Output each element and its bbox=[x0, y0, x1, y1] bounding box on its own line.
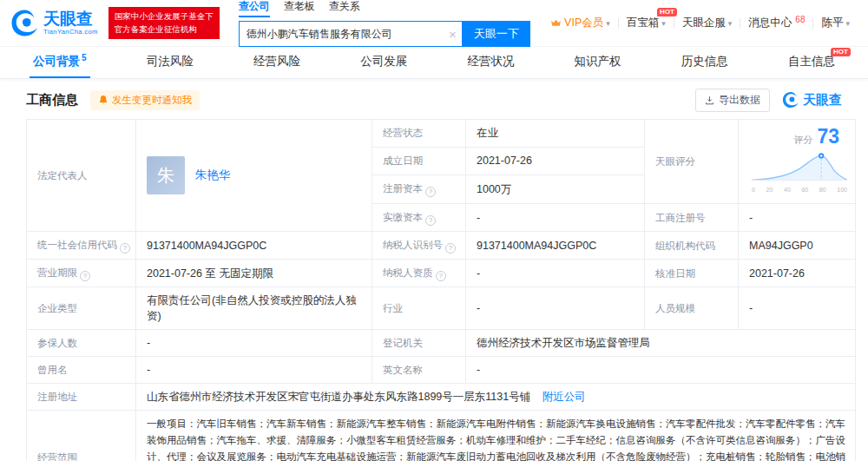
tianyancha-watermark: 天眼查 bbox=[782, 91, 842, 109]
label-text: 实缴资本 bbox=[383, 212, 423, 222]
field-reg-capital-label: 注册资本 bbox=[372, 175, 466, 203]
score-axis-ticks: 0 20 40 60 80 100 bbox=[749, 182, 850, 198]
tab-intellectual-property[interactable]: 知识产权 bbox=[571, 47, 625, 78]
field-status-label: 经营状态 bbox=[372, 120, 466, 148]
search-tab-boss[interactable]: 查老板 bbox=[284, 0, 315, 17]
field-registry-value: 德州经济技术开发区市场监督管理局 bbox=[466, 330, 856, 357]
vip-member-link[interactable]: VIP会员 ▾ bbox=[542, 16, 618, 30]
clear-icon[interactable]: × bbox=[449, 28, 457, 41]
tab-history-info[interactable]: 历史信息 bbox=[678, 47, 732, 78]
user-account[interactable]: 陈平 ▾ bbox=[813, 16, 858, 30]
notify-label: 发生变更时通知我 bbox=[112, 94, 192, 107]
field-org-code-value: MA94JGGP0 bbox=[739, 232, 856, 260]
watermark-label: 天眼查 bbox=[803, 92, 842, 109]
help-icon[interactable] bbox=[120, 243, 130, 254]
field-insured-count-value: - bbox=[136, 330, 372, 357]
help-icon[interactable] bbox=[445, 243, 456, 254]
tab-label: 经营风险 bbox=[253, 54, 300, 69]
table-row: 经营范围 一般项目：汽车旧车销售；汽车新车销售；新能源汽车整车销售；新能源汽车电… bbox=[27, 411, 856, 461]
label-text: 纳税人资质 bbox=[383, 267, 433, 278]
tab-company-background[interactable]: 公司背景 5 bbox=[30, 47, 90, 78]
field-score-label: 天眼评分 bbox=[645, 120, 739, 204]
search-row: × 天眼一下 bbox=[239, 21, 530, 47]
eye-logo-icon bbox=[10, 9, 39, 37]
field-reg-number-value: - bbox=[739, 204, 856, 232]
score-header: 评分 73 bbox=[749, 125, 850, 148]
badge-line-2: 官方备案企业征信机构 bbox=[115, 23, 214, 36]
table-row: 营业期限 2021-07-26 至 无固定期限 纳税人资质 - 核准日期 202… bbox=[27, 260, 856, 287]
label-text: 注册资本 bbox=[383, 183, 423, 194]
tab-count-badge: 5 bbox=[82, 53, 87, 63]
table-row: 统一社会信用代码 91371400MA94JGGP0C 纳税人识别号 91371… bbox=[27, 232, 856, 260]
help-icon[interactable] bbox=[425, 187, 436, 197]
field-legal-rep-label: 法定代表人 bbox=[27, 120, 136, 232]
search-box: × bbox=[239, 21, 463, 47]
field-address-value: 山东省德州市经济技术开发区宋官屯街道办事处东风东路1899号一层东1131号铺 … bbox=[136, 384, 856, 411]
score-caption: 评分 bbox=[793, 132, 812, 148]
help-icon[interactable] bbox=[425, 215, 436, 226]
username: 陈平 bbox=[821, 16, 843, 30]
company-nav-tabs: 公司背景 5 司法风险 经营风险 公司发展 经营状况 知识产权 历史信息 自主信… bbox=[0, 47, 868, 79]
tab-label: 历史信息 bbox=[681, 54, 728, 69]
brand-domain: TianYanCha.com bbox=[43, 29, 98, 36]
field-former-name-value: - bbox=[136, 357, 372, 384]
tab-operation-risk[interactable]: 经营风险 bbox=[250, 47, 304, 78]
bell-icon bbox=[98, 95, 108, 105]
enterprise-services-link[interactable]: 天眼企服 ▾ bbox=[674, 16, 740, 30]
export-data-button[interactable]: 导出数据 bbox=[695, 89, 770, 112]
download-icon bbox=[705, 95, 714, 105]
chevron-down-icon: ▾ bbox=[606, 19, 610, 28]
score-value: 73 bbox=[817, 127, 839, 147]
field-english-name-value: - bbox=[466, 357, 856, 384]
eye-logo-icon bbox=[782, 91, 799, 109]
field-taxpayer-quality-value: - bbox=[466, 260, 645, 287]
tick-label: 80 bbox=[819, 182, 826, 198]
message-center-link[interactable]: 消息中心 68 bbox=[740, 16, 812, 30]
field-insured-count-label: 参保人数 bbox=[27, 330, 136, 357]
field-approval-date-label: 核准日期 bbox=[645, 260, 739, 287]
tab-label: 经营状况 bbox=[467, 54, 514, 69]
legal-rep-name-link[interactable]: 朱艳华 bbox=[195, 168, 231, 183]
section-head-right: 导出数据 天眼查 bbox=[695, 89, 842, 112]
field-reg-capital-value: 1000万 bbox=[466, 175, 645, 203]
toolbox-link[interactable]: 百宝箱 ▾ HOT bbox=[619, 16, 674, 30]
field-credit-code-label: 统一社会信用代码 bbox=[27, 232, 136, 260]
tab-operating-status[interactable]: 经营状况 bbox=[464, 47, 517, 78]
legal-rep-avatar[interactable]: 朱 bbox=[147, 156, 185, 194]
help-icon[interactable] bbox=[80, 271, 90, 281]
enterprise-services-label: 天眼企服 bbox=[682, 16, 726, 30]
tab-label: 司法风险 bbox=[147, 54, 194, 69]
nearby-companies-link[interactable]: 附近公司 bbox=[542, 391, 586, 403]
badge-line-1: 国家中小企业发展子基金下 bbox=[115, 10, 214, 23]
field-scope-label: 经营范围 bbox=[27, 411, 136, 461]
search-area: 查公司 查老板 查关系 × 天眼一下 bbox=[239, 0, 530, 47]
tab-label: 自主信息 bbox=[788, 54, 835, 69]
tianyancha-logo[interactable]: 天眼查 TianYanCha.com bbox=[10, 9, 98, 37]
label-text: 统一社会信用代码 bbox=[37, 240, 117, 250]
address-text: 山东省德州市经济技术开发区宋官屯街道办事处东风东路1899号一层东1131号铺 bbox=[147, 391, 530, 403]
vip-member-label: VIP会员 bbox=[564, 16, 603, 30]
notify-on-change-button[interactable]: 发生变更时通知我 bbox=[90, 90, 200, 110]
field-address-label: 注册地址 bbox=[27, 384, 136, 411]
search-button[interactable]: 天眼一下 bbox=[463, 21, 530, 47]
tick-label: 100 bbox=[837, 182, 847, 198]
field-former-name-label: 曾用名 bbox=[27, 357, 136, 384]
search-tab-company[interactable]: 查公司 bbox=[239, 0, 270, 17]
search-input[interactable] bbox=[240, 22, 441, 46]
table-row: 企业类型 有限责任公司(非自然人投资或控股的法人独资) 行业 - 人员规模 - bbox=[27, 287, 856, 330]
user-menu: VIP会员 ▾ 百宝箱 ▾ HOT 天眼企服 ▾ 消息中心 68 陈平 ▾ bbox=[542, 16, 858, 30]
search-tab-relation[interactable]: 查关系 bbox=[329, 0, 360, 17]
table-row: 法定代表人 朱 朱艳华 经营状态 在业 天眼评分 评分 73 bbox=[27, 120, 856, 148]
tab-self-published-info[interactable]: 自主信息 HOT bbox=[785, 47, 838, 78]
chevron-down-icon: ▾ bbox=[845, 19, 850, 28]
tab-company-development[interactable]: 公司发展 bbox=[357, 47, 411, 78]
section-title: 工商信息 bbox=[26, 92, 78, 109]
field-taxpayer-id-value: 91371400MA94JGGP0C bbox=[466, 232, 645, 260]
help-icon[interactable] bbox=[436, 271, 446, 281]
field-taxpayer-id-label: 纳税人识别号 bbox=[372, 232, 466, 260]
tab-judicial-risk[interactable]: 司法风险 bbox=[143, 47, 197, 78]
search-tabs: 查公司 查老板 查关系 bbox=[239, 0, 530, 17]
field-industry-value: - bbox=[466, 287, 645, 330]
field-status-value: 在业 bbox=[466, 120, 645, 148]
legal-rep-card: 朱 朱艳华 bbox=[147, 151, 366, 200]
